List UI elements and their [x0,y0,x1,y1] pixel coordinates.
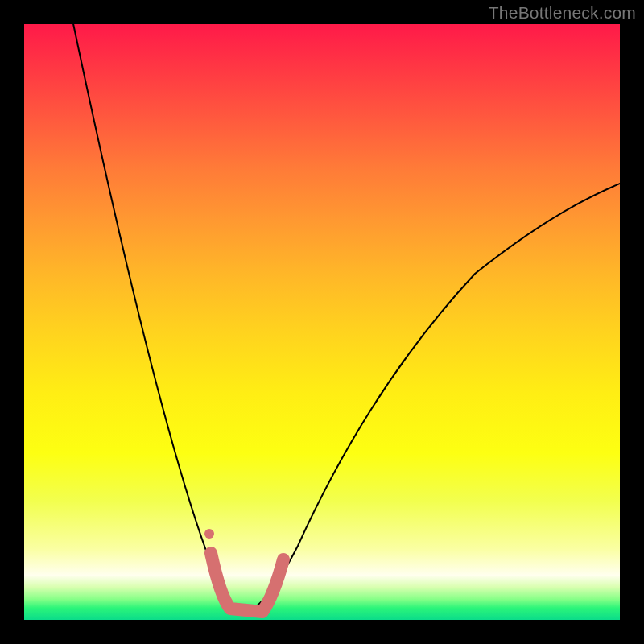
plot-area [24,24,620,620]
bottleneck-curve-svg [24,24,620,620]
bottleneck-curve [72,24,620,613]
watermark-text: TheBottleneck.com [489,3,636,23]
chart-frame: TheBottleneck.com [0,0,644,644]
highlight-dot [204,529,214,539]
highlight-segment [211,553,283,612]
